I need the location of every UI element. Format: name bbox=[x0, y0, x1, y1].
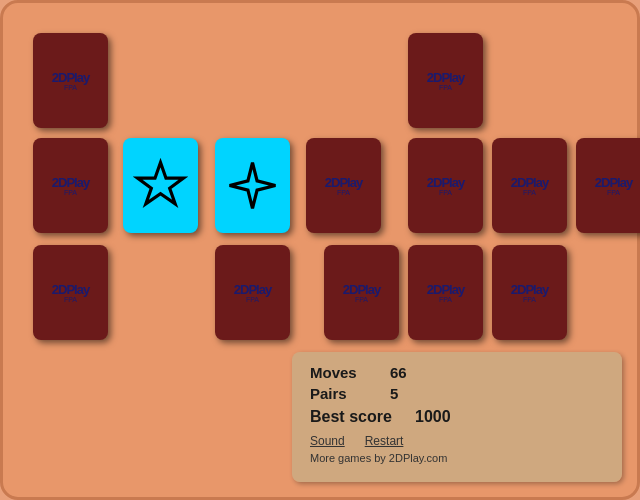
card-5-flipped[interactable] bbox=[215, 138, 290, 233]
card-11[interactable]: 2DPlay FPA bbox=[215, 245, 290, 340]
moves-label: Moves bbox=[310, 364, 390, 381]
card-14[interactable]: 2DPlay FPA bbox=[492, 245, 567, 340]
card-logo: 2DPlay FPA bbox=[52, 283, 89, 303]
more-games-link[interactable]: More games by 2DPlay.com bbox=[310, 452, 604, 464]
restart-button[interactable]: Restart bbox=[365, 434, 404, 448]
actions-row: Sound Restart bbox=[310, 434, 604, 448]
pairs-value: 5 bbox=[390, 385, 398, 402]
card-13[interactable]: 2DPlay FPA bbox=[408, 245, 483, 340]
svg-marker-0 bbox=[138, 163, 184, 204]
pairs-label: Pairs bbox=[310, 385, 390, 402]
game-container: 2DPlay FPA 2DPlay FPA 2DPlay FPA bbox=[0, 0, 640, 500]
card-12[interactable]: 2DPlay FPA bbox=[324, 245, 399, 340]
card-logo: 2DPlay FPA bbox=[427, 176, 464, 196]
card-logo: 2DPlay FPA bbox=[325, 176, 362, 196]
card-logo: 2DPlay FPA bbox=[343, 283, 380, 303]
card-9[interactable]: 2DPlay FPA bbox=[576, 138, 640, 233]
best-score-row: Best score 1000 bbox=[310, 408, 604, 426]
card-logo: 2DPlay FPA bbox=[52, 71, 89, 91]
cards-area: 2DPlay FPA 2DPlay FPA 2DPlay FPA bbox=[23, 23, 617, 377]
card-7[interactable]: 2DPlay FPA bbox=[408, 138, 483, 233]
card-logo: 2DPlay FPA bbox=[595, 176, 632, 196]
card-logo: 2DPlay FPA bbox=[511, 283, 548, 303]
card-10[interactable]: 2DPlay FPA bbox=[33, 245, 108, 340]
card-logo: 2DPlay FPA bbox=[234, 283, 271, 303]
info-panel: Moves 66 Pairs 5 Best score 1000 Sound R… bbox=[292, 352, 622, 482]
card-8[interactable]: 2DPlay FPA bbox=[492, 138, 567, 233]
card-4-flipped[interactable] bbox=[123, 138, 198, 233]
card-logo: 2DPlay FPA bbox=[427, 283, 464, 303]
best-score-value: 1000 bbox=[415, 408, 451, 426]
card-2[interactable]: 2DPlay FPA bbox=[408, 33, 483, 128]
pairs-row: Pairs 5 bbox=[310, 385, 604, 402]
moves-value: 66 bbox=[390, 364, 407, 381]
card-1[interactable]: 2DPlay FPA bbox=[33, 33, 108, 128]
card-logo: 2DPlay FPA bbox=[511, 176, 548, 196]
card-6[interactable]: 2DPlay FPA bbox=[306, 138, 381, 233]
moves-row: Moves 66 bbox=[310, 364, 604, 381]
card-logo: 2DPlay FPA bbox=[52, 176, 89, 196]
star-outline-icon bbox=[133, 158, 188, 213]
card-logo: 2DPlay FPA bbox=[427, 71, 464, 91]
best-score-label: Best score bbox=[310, 408, 415, 426]
star4-outline-icon bbox=[225, 158, 280, 213]
card-3[interactable]: 2DPlay FPA bbox=[33, 138, 108, 233]
sound-button[interactable]: Sound bbox=[310, 434, 345, 448]
